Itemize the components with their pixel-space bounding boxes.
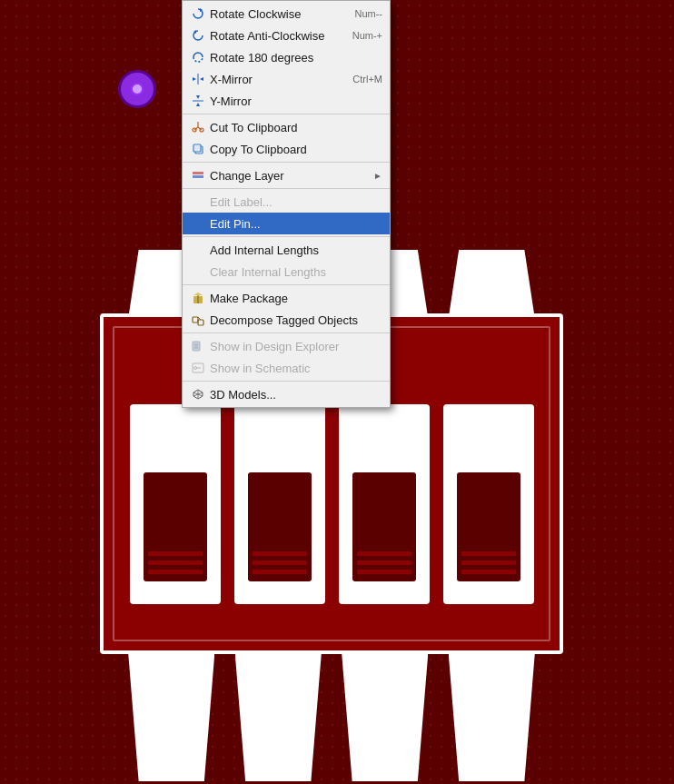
menu-item-change-layer[interactable]: Change Layer ► bbox=[183, 164, 390, 186]
top-pad-4 bbox=[449, 250, 535, 318]
svg-marker-7 bbox=[196, 103, 200, 106]
slot-inner-3 bbox=[352, 472, 416, 581]
svg-rect-15 bbox=[193, 172, 203, 174]
svg-rect-16 bbox=[193, 175, 203, 178]
cut-icon bbox=[190, 119, 206, 135]
add-internal-icon bbox=[190, 242, 206, 258]
slot-line bbox=[253, 570, 307, 574]
rotate-180-icon bbox=[190, 49, 206, 65]
menu-item-edit-pin[interactable]: Edit Pin... bbox=[183, 213, 390, 234]
bottom-pad-area bbox=[100, 654, 563, 784]
slot-line bbox=[357, 551, 411, 556]
change-layer-arrow: ► bbox=[373, 171, 382, 181]
make-package-label: Make Package bbox=[210, 292, 382, 305]
menu-item-clear-internal[interactable]: Clear Internal Lengths bbox=[183, 261, 390, 283]
x-mirror-shortcut: Ctrl+M bbox=[352, 74, 382, 84]
svg-rect-21 bbox=[198, 320, 203, 325]
edit-pin-icon bbox=[190, 215, 206, 232]
3d-models-label: 3D Models... bbox=[210, 388, 382, 402]
menu-item-add-internal[interactable]: Add Internal Lengths bbox=[183, 239, 390, 261]
y-mirror-icon bbox=[190, 93, 206, 109]
cut-label: Cut To Clipboard bbox=[210, 121, 382, 134]
rotate-180-label: Rotate 180 degrees bbox=[210, 51, 382, 65]
slot-1 bbox=[130, 404, 221, 604]
change-layer-label: Change Layer bbox=[210, 169, 373, 183]
slot-line bbox=[357, 561, 411, 565]
schematic-icon bbox=[190, 360, 206, 376]
svg-marker-6 bbox=[196, 95, 200, 99]
menu-item-show-schematic[interactable]: Show in Schematic bbox=[183, 357, 390, 379]
slot-2 bbox=[234, 404, 325, 604]
edit-label-icon bbox=[190, 194, 206, 210]
edit-label-label: Edit Label... bbox=[210, 195, 382, 209]
menu-item-show-design[interactable]: Show in Design Explorer bbox=[183, 335, 390, 357]
menu-item-copy[interactable]: Copy To Clipboard bbox=[183, 138, 390, 160]
separator-1 bbox=[183, 114, 390, 114]
menu-item-edit-label[interactable]: Edit Label... bbox=[183, 191, 390, 213]
decompose-icon bbox=[190, 312, 206, 328]
slot-line bbox=[461, 551, 516, 556]
separator-6 bbox=[183, 332, 390, 333]
copy-icon bbox=[190, 141, 206, 157]
y-mirror-label: Y-Mirror bbox=[210, 94, 382, 108]
edit-pin-label: Edit Pin... bbox=[210, 217, 382, 231]
separator-2 bbox=[183, 162, 390, 163]
svg-point-28 bbox=[194, 367, 197, 370]
menu-item-rotate-180[interactable]: Rotate 180 degrees bbox=[183, 46, 390, 68]
purple-circle-inner bbox=[131, 83, 144, 95]
change-layer-icon bbox=[190, 167, 206, 184]
separator-7 bbox=[183, 381, 390, 382]
slot-line bbox=[461, 570, 516, 574]
svg-marker-18 bbox=[193, 293, 203, 295]
bottom-pad-2 bbox=[235, 654, 322, 781]
separator-4 bbox=[183, 236, 390, 237]
menu-item-y-mirror[interactable]: Y-Mirror bbox=[183, 90, 390, 112]
rotate-ccw-icon bbox=[190, 27, 206, 44]
rotate-cw-shortcut: Num-- bbox=[354, 8, 382, 19]
slot-inner-4 bbox=[457, 472, 520, 581]
slot-inner-1 bbox=[144, 472, 207, 581]
separator-5 bbox=[183, 284, 390, 285]
bottom-pad-4 bbox=[449, 654, 535, 781]
rotate-ccw-label: Rotate Anti-Clockwise bbox=[210, 29, 343, 43]
decompose-label: Decompose Tagged Objects bbox=[210, 313, 382, 327]
menu-item-3d-models[interactable]: 3D Models... bbox=[183, 383, 390, 405]
make-package-icon bbox=[190, 290, 206, 306]
show-schematic-label: Show in Schematic bbox=[210, 362, 382, 375]
x-mirror-label: X-Mirror bbox=[210, 73, 343, 86]
rotate-cw-icon bbox=[190, 5, 206, 22]
slot-line bbox=[461, 561, 516, 565]
slot-4 bbox=[443, 404, 534, 604]
slot-line bbox=[357, 570, 411, 574]
3d-models-icon bbox=[190, 386, 206, 402]
menu-item-make-package[interactable]: Make Package bbox=[183, 287, 390, 309]
x-mirror-icon bbox=[190, 71, 206, 87]
copy-label: Copy To Clipboard bbox=[210, 143, 382, 156]
slot-line bbox=[148, 551, 203, 556]
svg-rect-14 bbox=[193, 144, 201, 152]
separator-3 bbox=[183, 188, 390, 189]
purple-circle-component bbox=[118, 70, 156, 108]
clear-internal-icon bbox=[190, 263, 206, 280]
svg-marker-3 bbox=[193, 77, 196, 81]
menu-item-decompose[interactable]: Decompose Tagged Objects bbox=[183, 309, 390, 331]
slot-line bbox=[253, 551, 307, 556]
rotate-ccw-shortcut: Num-+ bbox=[352, 30, 382, 41]
add-internal-label: Add Internal Lengths bbox=[210, 243, 382, 257]
svg-rect-20 bbox=[193, 317, 198, 323]
context-menu: Rotate Clockwise Num-- Rotate Anti-Clock… bbox=[182, 0, 391, 408]
menu-item-rotate-cw[interactable]: Rotate Clockwise Num-- bbox=[183, 3, 390, 25]
show-design-label: Show in Design Explorer bbox=[210, 340, 382, 353]
slot-line bbox=[148, 570, 203, 574]
bottom-pad-3 bbox=[342, 654, 428, 781]
rotate-cw-label: Rotate Clockwise bbox=[210, 7, 345, 21]
svg-marker-4 bbox=[200, 77, 203, 81]
menu-item-cut[interactable]: Cut To Clipboard bbox=[183, 116, 390, 138]
menu-item-rotate-ccw[interactable]: Rotate Anti-Clockwise Num-+ bbox=[183, 25, 390, 46]
slot-3 bbox=[339, 404, 430, 604]
slot-line bbox=[148, 561, 203, 565]
slot-line bbox=[253, 561, 307, 565]
slot-inner-2 bbox=[248, 472, 312, 581]
menu-item-x-mirror[interactable]: X-Mirror Ctrl+M bbox=[183, 68, 390, 90]
clear-internal-label: Clear Internal Lengths bbox=[210, 265, 382, 279]
